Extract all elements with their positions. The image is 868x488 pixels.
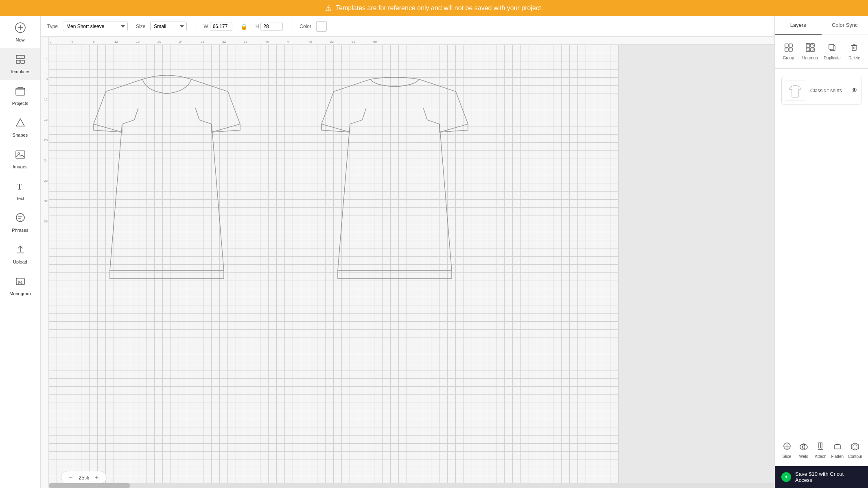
sidebar-item-projects[interactable]: Projects [0, 80, 40, 111]
sidebar-item-projects-label: Projects [12, 101, 28, 106]
size-select[interactable]: XSmall Small Medium Large [150, 22, 187, 31]
contour-icon [851, 442, 859, 453]
width-group: W [203, 22, 232, 31]
svg-rect-6 [16, 88, 25, 95]
height-input[interactable] [260, 22, 283, 31]
svg-rect-19 [789, 48, 792, 51]
sidebar-item-upload[interactable]: Upload [0, 238, 40, 270]
sidebar-item-images-label: Images [13, 164, 27, 169]
toolbar-divider-1 [195, 20, 195, 33]
height-group: H [256, 22, 283, 31]
sidebar-item-monogram[interactable]: M Monogram [0, 270, 40, 302]
zoom-value: 25% [79, 475, 89, 481]
group-button[interactable]: Group [779, 40, 798, 63]
svg-rect-23 [811, 48, 814, 52]
sidebar-item-templates[interactable]: Templates [0, 48, 40, 80]
sidebar-item-images[interactable]: Images [0, 143, 40, 175]
svg-rect-17 [789, 44, 792, 47]
svg-marker-7 [16, 119, 24, 126]
flatten-label: Flatten [831, 454, 844, 459]
sidebar-item-shapes[interactable]: Shapes [0, 111, 40, 143]
group-icon [784, 43, 793, 54]
template-label: Classic t-shirts [810, 88, 842, 94]
sidebar-item-phrases[interactable]: Phrases [0, 207, 40, 238]
lock-icon[interactable]: 🔒 [241, 23, 247, 30]
svg-marker-39 [853, 444, 857, 449]
duplicate-label: Duplicate [824, 56, 841, 60]
monogram-icon: M [15, 276, 26, 290]
ruler-top: 0 4 8 12 16 20 24 28 32 36 40 44 48 52 5… [49, 37, 774, 45]
ungroup-button[interactable]: Ungroup [800, 40, 820, 63]
width-input[interactable] [210, 22, 232, 31]
delete-label: Delete [848, 56, 860, 60]
left-sidebar: New Templates Projects Shapes Images [0, 16, 41, 488]
group-label: Group [783, 56, 794, 60]
color-group: Color [300, 21, 327, 32]
shapes-icon [15, 117, 26, 131]
contour-label: Contour [848, 454, 862, 459]
sidebar-item-upload-label: Upload [13, 259, 27, 264]
banner-text: Templates are for reference only and wil… [336, 4, 543, 12]
tab-layers[interactable]: Layers [775, 16, 822, 35]
tshirt-front-svg [69, 57, 265, 301]
tshirt-back-svg [297, 57, 492, 301]
right-panel-actions: Group Ungroup Duplicate Delete [775, 35, 868, 69]
svg-rect-27 [852, 46, 856, 50]
width-label: W [203, 24, 208, 29]
flatten-icon [833, 442, 842, 453]
canvas-inner: − 25% + [49, 45, 619, 488]
svg-rect-3 [16, 55, 24, 59]
eye-icon[interactable]: 👁 [851, 87, 858, 94]
weld-label: Weld [799, 454, 809, 459]
right-panel: Layers Color Sync Group Ungroup [774, 16, 868, 488]
cricut-icon: ✦ [781, 472, 791, 482]
zoom-out-button[interactable]: − [66, 473, 75, 482]
new-icon [15, 22, 26, 36]
save-banner-text: Save $10 with Cricut Access [795, 471, 861, 483]
zoom-controls: − 25% + [61, 471, 107, 484]
svg-text:T: T [17, 182, 22, 191]
type-select[interactable]: Men Short sleeve Women Short sleeve Kids… [63, 22, 128, 31]
slice-label: Slice [783, 454, 791, 459]
canvas-scrollbar[interactable] [49, 483, 774, 488]
svg-rect-16 [785, 44, 788, 47]
size-group: Size XSmall Small Medium Large [136, 22, 187, 31]
weld-button[interactable]: Weld [796, 438, 811, 462]
canvas-scroll[interactable]: − 25% + [49, 45, 774, 488]
attach-button[interactable]: Attach [813, 438, 829, 462]
tshirt-container [69, 57, 492, 301]
color-swatch[interactable] [316, 21, 327, 32]
tab-color-sync[interactable]: Color Sync [822, 16, 868, 35]
svg-rect-24 [807, 44, 813, 51]
phrases-icon [15, 212, 26, 226]
flatten-button[interactable]: Flatten [829, 438, 845, 462]
delete-button[interactable]: Delete [845, 40, 864, 63]
svg-point-11 [16, 214, 24, 222]
sidebar-item-new[interactable]: New [0, 16, 40, 48]
sidebar-item-text[interactable]: T Text [0, 175, 40, 207]
zoom-in-button[interactable]: + [92, 473, 101, 482]
svg-rect-4 [16, 60, 20, 63]
svg-rect-26 [829, 44, 834, 49]
size-label: Size [136, 24, 145, 29]
ungroup-icon [806, 43, 815, 54]
contour-button[interactable]: Contour [846, 438, 864, 462]
sidebar-item-new-label: New [15, 37, 24, 42]
duplicate-button[interactable]: Duplicate [822, 40, 842, 63]
svg-rect-36 [835, 445, 840, 449]
svg-rect-37 [835, 444, 840, 445]
attach-label: Attach [815, 454, 826, 459]
ruler-left: 4 8 12 16 20 24 28 32 36 [41, 37, 49, 488]
svg-rect-8 [16, 151, 25, 158]
svg-rect-5 [21, 60, 24, 63]
main-area: Type Men Short sleeve Women Short sleeve… [41, 16, 774, 488]
images-icon [15, 149, 26, 163]
ungroup-label: Ungroup [802, 56, 818, 60]
svg-rect-18 [785, 48, 788, 51]
color-label: Color [300, 24, 311, 29]
svg-rect-21 [811, 44, 814, 47]
slice-button[interactable]: Slice [779, 438, 795, 462]
save-banner[interactable]: ✦ Save $10 with Cricut Access [775, 466, 868, 488]
top-banner: ⚠ Templates are for reference only and w… [0, 0, 868, 16]
text-icon: T [15, 181, 26, 194]
